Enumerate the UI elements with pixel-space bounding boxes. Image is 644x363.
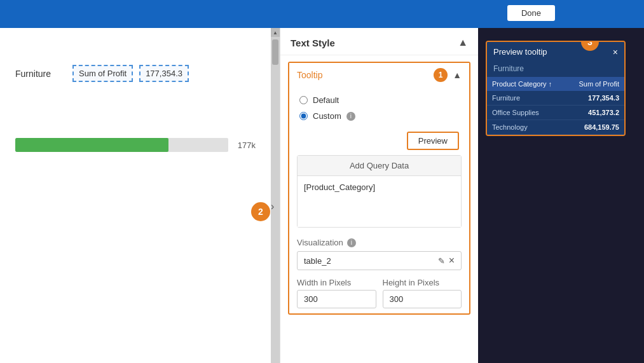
panel-title: Text Style: [291, 38, 335, 48]
preview-tooltip-subtitle: Furniture: [487, 62, 624, 77]
top-bar: Done: [0, 0, 644, 28]
category-cell: Furniture: [15, 69, 66, 79]
radio-default[interactable]: Default: [299, 92, 459, 108]
value-cell[interactable]: 177,354.3: [139, 65, 189, 82]
add-query-container: Add Query Data [Product_Category]: [297, 155, 462, 228]
col-header-category: Product Category ↑: [487, 77, 566, 91]
preview-tooltip-table: Product Category ↑ Sum of Profit Furnitu…: [487, 77, 624, 135]
preview-button[interactable]: Preview: [407, 132, 459, 150]
height-input[interactable]: [383, 290, 462, 308]
viz-input-text: table_2: [304, 256, 434, 266]
radio-custom-label: Custom: [313, 111, 341, 121]
metric-cell[interactable]: Sum of Profit: [72, 65, 133, 82]
preview-tooltip-title: Preview tooltip: [493, 47, 547, 57]
panel-collapse-button[interactable]: ▲: [458, 37, 468, 48]
info-icon: i: [346, 112, 355, 121]
radio-group: Default Custom i: [289, 87, 469, 129]
tooltip-section: Tooltip 1 ▲ Default Custom i: [288, 62, 470, 315]
radio-custom-input[interactable]: [299, 112, 308, 120]
table-row: Office Supplies 451,373.2: [487, 106, 624, 120]
tooltip-label: Tooltip: [297, 70, 322, 80]
step-arrow: ›: [271, 201, 274, 212]
viz-info-icon: i: [347, 238, 356, 247]
viz-edit-icon[interactable]: ✎: [438, 256, 445, 266]
row-category: Office Supplies: [487, 106, 566, 120]
width-input[interactable]: [297, 290, 376, 308]
height-label: Height in Pixels: [383, 278, 462, 287]
preview-row: Preview: [289, 129, 469, 155]
settings-panel: Text Style ▲ Tooltip 1 ▲ Default: [280, 28, 478, 363]
tooltip-section-header[interactable]: Tooltip 1 ▲: [289, 63, 469, 87]
main-container: Furniture Sum of Profit 177,354.3 177k ▲…: [0, 28, 644, 363]
canvas-panel: Furniture Sum of Profit 177,354.3 177k ▲…: [0, 28, 280, 363]
dark-right-panel: 3 Preview tooltip × Furniture Product Ca…: [478, 28, 644, 363]
step-1-badge: 1: [434, 68, 448, 82]
preview-tooltip-close-icon[interactable]: ×: [613, 48, 618, 57]
panel-header: Text Style ▲: [280, 28, 478, 55]
progress-bar-fill: [15, 138, 168, 152]
viz-clear-icon[interactable]: ×: [449, 255, 455, 266]
width-label: Width in Pixels: [297, 278, 376, 287]
scroll-thumb[interactable]: [272, 39, 278, 65]
step-2-badge: 2: [251, 202, 270, 221]
width-group: Width in Pixels: [297, 278, 376, 308]
radio-default-input[interactable]: [299, 96, 308, 104]
table-row: Furniture 177,354.3: [487, 91, 624, 106]
visualization-section: Visualization i table_2 ✎ ×: [289, 233, 469, 273]
radio-default-label: Default: [313, 95, 339, 105]
table-header-row: Product Category ↑ Sum of Profit: [487, 77, 624, 91]
radio-custom[interactable]: Custom i: [299, 108, 459, 124]
visualization-label: Visualization i: [297, 238, 462, 247]
add-query-body[interactable]: [Product_Category]: [298, 176, 461, 227]
add-query-header: Add Query Data: [298, 156, 461, 176]
tooltip-chevron-icon: ▲: [453, 70, 462, 80]
table-row: Technology 684,159.75: [487, 120, 624, 135]
viz-input-row: table_2 ✎ ×: [297, 251, 462, 270]
canvas-content: Furniture Sum of Profit 177,354.3 177k: [0, 28, 271, 363]
progress-bar-container: [15, 138, 228, 152]
visualization-label-text: Visualization: [297, 238, 343, 247]
chevron-up-icon: ▲: [458, 37, 468, 48]
done-button[interactable]: Done: [507, 5, 555, 21]
preview-tooltip-header: Preview tooltip ×: [487, 42, 624, 62]
row-category: Technology: [487, 120, 566, 135]
dimensions-row: Width in Pixels Height in Pixels: [289, 273, 469, 313]
col-header-profit: Sum of Profit: [566, 77, 624, 91]
canvas-scrollbar[interactable]: ▲: [271, 28, 280, 363]
canvas-table: Furniture Sum of Profit 177,354.3: [13, 60, 258, 87]
query-tag: [Product_Category]: [304, 182, 375, 192]
scroll-up-arrow[interactable]: ▲: [271, 28, 280, 37]
preview-tooltip-popup: 3 Preview tooltip × Furniture Product Ca…: [486, 41, 626, 136]
table-row: Furniture Sum of Profit 177,354.3: [13, 60, 258, 87]
row-value: 451,373.2: [566, 106, 624, 120]
progress-label: 177k: [233, 140, 256, 150]
progress-row: 177k: [13, 138, 258, 152]
row-category: Furniture: [487, 91, 566, 106]
height-group: Height in Pixels: [383, 278, 462, 308]
row-value: 684,159.75: [566, 120, 624, 135]
row-value: 177,354.3: [566, 91, 624, 106]
